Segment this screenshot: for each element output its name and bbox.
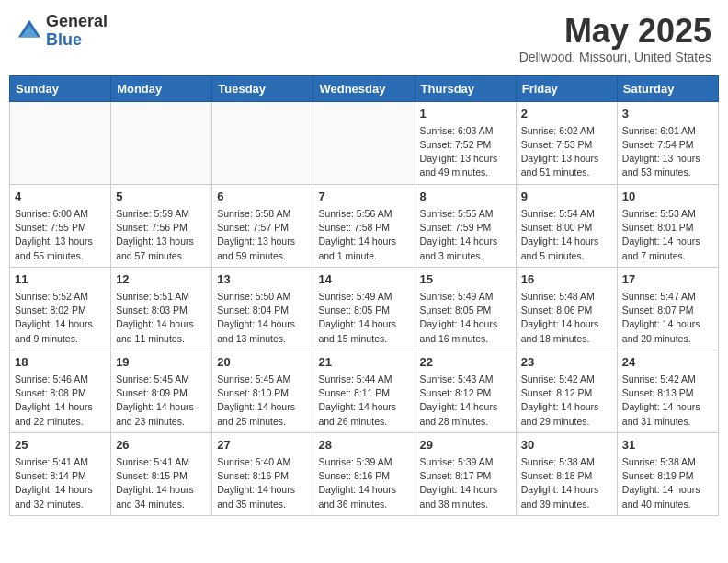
- logo-text: General Blue: [46, 13, 108, 50]
- calendar-day-cell: 25Sunrise: 5:41 AM Sunset: 8:14 PM Dayli…: [10, 432, 111, 515]
- calendar-day-cell: [212, 101, 313, 184]
- day-info: Sunrise: 5:45 AM Sunset: 8:09 PM Dayligh…: [116, 373, 207, 429]
- day-info: Sunrise: 6:03 AM Sunset: 7:52 PM Dayligh…: [420, 124, 511, 180]
- day-number: 22: [420, 354, 511, 371]
- logo-icon: [17, 18, 42, 44]
- calendar-day-cell: 17Sunrise: 5:47 AM Sunset: 8:07 PM Dayli…: [617, 267, 718, 350]
- day-info: Sunrise: 5:58 AM Sunset: 7:57 PM Dayligh…: [217, 207, 308, 263]
- weekday-header-wednesday: Wednesday: [313, 75, 415, 101]
- day-info: Sunrise: 6:00 AM Sunset: 7:55 PM Dayligh…: [15, 207, 106, 263]
- calendar-day-cell: 26Sunrise: 5:41 AM Sunset: 8:15 PM Dayli…: [111, 432, 212, 515]
- calendar-day-cell: 21Sunrise: 5:44 AM Sunset: 8:11 PM Dayli…: [313, 350, 415, 432]
- day-info: Sunrise: 5:40 AM Sunset: 8:16 PM Dayligh…: [217, 455, 308, 511]
- calendar-day-cell: 3Sunrise: 6:01 AM Sunset: 7:54 PM Daylig…: [617, 101, 718, 184]
- day-info: Sunrise: 5:43 AM Sunset: 8:12 PM Dayligh…: [420, 373, 511, 429]
- day-info: Sunrise: 5:39 AM Sunset: 8:16 PM Dayligh…: [318, 455, 409, 511]
- calendar-day-cell: 7Sunrise: 5:56 AM Sunset: 7:58 PM Daylig…: [313, 184, 415, 267]
- day-number: 12: [116, 271, 207, 288]
- calendar-day-cell: 22Sunrise: 5:43 AM Sunset: 8:12 PM Dayli…: [415, 350, 516, 432]
- day-number: 5: [116, 189, 207, 205]
- calendar-day-cell: [10, 101, 111, 184]
- calendar-day-cell: 29Sunrise: 5:39 AM Sunset: 8:17 PM Dayli…: [415, 432, 516, 515]
- day-info: Sunrise: 6:02 AM Sunset: 7:53 PM Dayligh…: [521, 124, 612, 180]
- calendar-day-cell: 16Sunrise: 5:48 AM Sunset: 8:06 PM Dayli…: [516, 267, 617, 350]
- calendar-day-cell: 8Sunrise: 5:55 AM Sunset: 7:59 PM Daylig…: [415, 184, 516, 267]
- day-number: 15: [420, 271, 511, 288]
- day-info: Sunrise: 5:42 AM Sunset: 8:13 PM Dayligh…: [622, 373, 713, 429]
- day-number: 30: [521, 437, 612, 454]
- day-info: Sunrise: 5:39 AM Sunset: 8:17 PM Dayligh…: [420, 455, 511, 511]
- day-info: Sunrise: 5:45 AM Sunset: 8:10 PM Dayligh…: [217, 373, 308, 429]
- day-number: 17: [622, 271, 713, 288]
- calendar-day-cell: 6Sunrise: 5:58 AM Sunset: 7:57 PM Daylig…: [212, 184, 313, 267]
- day-number: 27: [217, 437, 308, 454]
- day-info: Sunrise: 5:54 AM Sunset: 8:00 PM Dayligh…: [521, 207, 612, 263]
- calendar-day-cell: 18Sunrise: 5:46 AM Sunset: 8:08 PM Dayli…: [10, 350, 111, 432]
- day-info: Sunrise: 5:44 AM Sunset: 8:11 PM Dayligh…: [318, 373, 409, 429]
- day-number: 23: [521, 354, 612, 371]
- day-info: Sunrise: 5:55 AM Sunset: 7:59 PM Dayligh…: [420, 207, 511, 263]
- day-number: 13: [217, 271, 308, 288]
- calendar-week-row: 4Sunrise: 6:00 AM Sunset: 7:55 PM Daylig…: [10, 184, 719, 267]
- calendar-week-row: 1Sunrise: 6:03 AM Sunset: 7:52 PM Daylig…: [10, 101, 719, 184]
- calendar-day-cell: 23Sunrise: 5:42 AM Sunset: 8:12 PM Dayli…: [516, 350, 617, 432]
- calendar-day-cell: 12Sunrise: 5:51 AM Sunset: 8:03 PM Dayli…: [111, 267, 212, 350]
- weekday-header-saturday: Saturday: [617, 75, 718, 101]
- day-number: 29: [420, 437, 511, 454]
- title-section: May 2025 Dellwood, Missouri, United Stat…: [519, 13, 711, 64]
- calendar-week-row: 11Sunrise: 5:52 AM Sunset: 8:02 PM Dayli…: [10, 267, 719, 350]
- day-info: Sunrise: 5:49 AM Sunset: 8:05 PM Dayligh…: [318, 290, 409, 346]
- day-info: Sunrise: 5:52 AM Sunset: 8:02 PM Dayligh…: [15, 290, 106, 346]
- calendar-day-cell: 2Sunrise: 6:02 AM Sunset: 7:53 PM Daylig…: [516, 101, 617, 184]
- day-number: 21: [318, 354, 409, 371]
- day-number: 20: [217, 354, 308, 371]
- day-number: 14: [318, 271, 409, 288]
- calendar-day-cell: 28Sunrise: 5:39 AM Sunset: 8:16 PM Dayli…: [313, 432, 415, 515]
- calendar-day-cell: 15Sunrise: 5:49 AM Sunset: 8:05 PM Dayli…: [415, 267, 516, 350]
- day-number: 26: [116, 437, 207, 454]
- day-info: Sunrise: 5:42 AM Sunset: 8:12 PM Dayligh…: [521, 373, 612, 429]
- calendar-day-cell: 4Sunrise: 6:00 AM Sunset: 7:55 PM Daylig…: [10, 184, 111, 267]
- day-number: 28: [318, 437, 409, 454]
- day-number: 18: [15, 354, 106, 371]
- day-number: 16: [521, 271, 612, 288]
- day-number: 9: [521, 189, 612, 205]
- day-info: Sunrise: 5:49 AM Sunset: 8:05 PM Dayligh…: [420, 290, 511, 346]
- day-number: 8: [420, 189, 511, 205]
- location-text: Dellwood, Missouri, United States: [519, 50, 711, 64]
- calendar-day-cell: 27Sunrise: 5:40 AM Sunset: 8:16 PM Dayli…: [212, 432, 313, 515]
- calendar-day-cell: 10Sunrise: 5:53 AM Sunset: 8:01 PM Dayli…: [617, 184, 718, 267]
- day-info: Sunrise: 5:46 AM Sunset: 8:08 PM Dayligh…: [15, 373, 106, 429]
- calendar-week-row: 18Sunrise: 5:46 AM Sunset: 8:08 PM Dayli…: [10, 350, 719, 432]
- day-info: Sunrise: 5:38 AM Sunset: 8:18 PM Dayligh…: [521, 455, 612, 511]
- calendar-day-cell: 19Sunrise: 5:45 AM Sunset: 8:09 PM Dayli…: [111, 350, 212, 432]
- page-header: General Blue May 2025 Dellwood, Missouri…: [9, 9, 719, 68]
- calendar-day-cell: 5Sunrise: 5:59 AM Sunset: 7:56 PM Daylig…: [111, 184, 212, 267]
- day-number: 11: [15, 271, 106, 288]
- logo-general-text: General: [46, 13, 108, 31]
- day-info: Sunrise: 5:41 AM Sunset: 8:14 PM Dayligh…: [15, 455, 106, 511]
- day-number: 24: [622, 354, 713, 371]
- day-number: 10: [622, 189, 713, 205]
- day-info: Sunrise: 5:50 AM Sunset: 8:04 PM Dayligh…: [217, 290, 308, 346]
- calendar-day-cell: 31Sunrise: 5:38 AM Sunset: 8:19 PM Dayli…: [617, 432, 718, 515]
- day-number: 7: [318, 189, 409, 205]
- month-title: May 2025: [519, 13, 711, 50]
- day-number: 3: [622, 106, 713, 122]
- day-info: Sunrise: 5:53 AM Sunset: 8:01 PM Dayligh…: [622, 207, 713, 263]
- weekday-header-sunday: Sunday: [10, 75, 111, 101]
- calendar-day-cell: 11Sunrise: 5:52 AM Sunset: 8:02 PM Dayli…: [10, 267, 111, 350]
- logo: General Blue: [17, 13, 108, 50]
- calendar-week-row: 25Sunrise: 5:41 AM Sunset: 8:14 PM Dayli…: [10, 432, 719, 515]
- day-number: 4: [15, 189, 106, 205]
- day-info: Sunrise: 5:41 AM Sunset: 8:15 PM Dayligh…: [116, 455, 207, 511]
- day-number: 19: [116, 354, 207, 371]
- calendar-day-cell: 20Sunrise: 5:45 AM Sunset: 8:10 PM Dayli…: [212, 350, 313, 432]
- calendar-day-cell: 13Sunrise: 5:50 AM Sunset: 8:04 PM Dayli…: [212, 267, 313, 350]
- weekday-header-tuesday: Tuesday: [212, 75, 313, 101]
- day-info: Sunrise: 5:51 AM Sunset: 8:03 PM Dayligh…: [116, 290, 207, 346]
- day-info: Sunrise: 5:48 AM Sunset: 8:06 PM Dayligh…: [521, 290, 612, 346]
- weekday-header-row: SundayMondayTuesdayWednesdayThursdayFrid…: [10, 75, 719, 101]
- day-info: Sunrise: 5:59 AM Sunset: 7:56 PM Dayligh…: [116, 207, 207, 263]
- day-info: Sunrise: 5:47 AM Sunset: 8:07 PM Dayligh…: [622, 290, 713, 346]
